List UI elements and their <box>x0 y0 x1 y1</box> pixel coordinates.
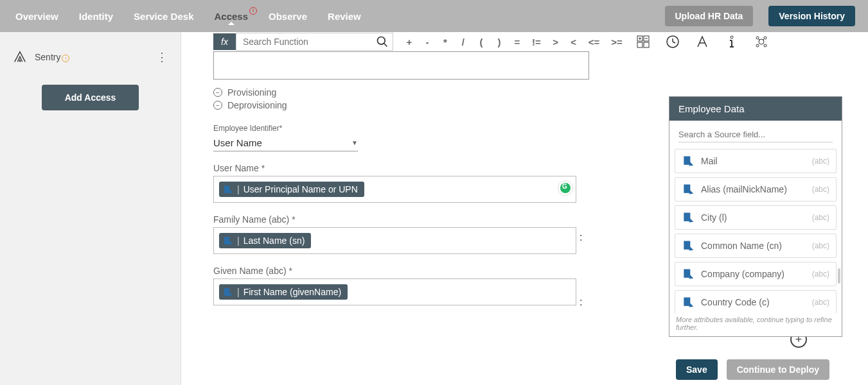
nav-tab-overview[interactable]: Overview <box>13 11 61 22</box>
svg-rect-25 <box>224 237 229 244</box>
svg-marker-38 <box>689 274 694 279</box>
op-eq[interactable]: = <box>511 35 523 49</box>
alert-badge-icon: ! <box>249 7 257 15</box>
sidebar-app-name: Sentry! <box>35 52 148 63</box>
svg-rect-23 <box>224 185 229 193</box>
given-name-label: Given Name (abc) * <box>213 266 589 276</box>
source-item-alias[interactable]: Alias (mailNickName) (abc) <box>675 177 837 201</box>
sentry-icon <box>13 50 27 64</box>
source-item-mail[interactable]: Mail (abc) <box>675 149 837 173</box>
source-item-company[interactable]: Company (company) (abc) <box>675 262 837 286</box>
source-list[interactable]: Mail (abc) Alias (mailNickName) (abc) Ci… <box>669 146 842 313</box>
svg-marker-24 <box>229 189 233 193</box>
grammarly-icon <box>558 180 573 196</box>
op-lt[interactable]: < <box>568 35 580 49</box>
info-icon[interactable] <box>724 34 740 49</box>
given-name-tag[interactable]: | First Name (givenName) <box>219 284 348 300</box>
username-field[interactable]: | User Principal Name or UPN <box>213 176 576 203</box>
svg-marker-34 <box>689 218 694 223</box>
continue-deploy-button[interactable]: Continue to Deploy <box>727 359 829 380</box>
nav-tab-observe[interactable]: Observe <box>266 11 310 22</box>
source-item-city[interactable]: City (l) (abc) <box>675 205 837 230</box>
given-name-field[interactable]: | First Name (givenName) <box>213 278 576 305</box>
collapse-icon: − <box>213 88 222 97</box>
top-navigation: Overview Identity Service Desk Access ! … <box>0 0 868 32</box>
operator-row: + - * / ( ) = != > < <= >= <box>403 35 625 49</box>
op-gt[interactable]: > <box>550 35 562 49</box>
sidebar: Sentry! ⋮ Add Access <box>0 32 181 385</box>
svg-line-11 <box>673 42 675 43</box>
search-function-input[interactable] <box>236 34 393 49</box>
formula-bar: fx + - * / ( ) = != > < <= >= <box>213 32 829 51</box>
content-area: fx + - * / ( ) = != > < <= >= <box>181 32 868 385</box>
panel-title: Employee Data <box>669 97 842 121</box>
form-area: − Provisioning − Deprovisioning Employee… <box>213 51 589 305</box>
username-label: User Name * <box>213 163 589 173</box>
family-name-tag[interactable]: | Last Name (sn) <box>219 233 311 248</box>
svg-point-18 <box>764 37 766 39</box>
svg-rect-5 <box>644 42 649 47</box>
source-icon <box>682 296 695 309</box>
version-history-button[interactable]: Version History <box>768 6 855 26</box>
svg-marker-32 <box>689 189 694 194</box>
formula-input[interactable] <box>213 51 589 80</box>
provisioning-section[interactable]: − Provisioning <box>213 87 589 98</box>
source-icon <box>682 239 695 252</box>
source-icon <box>682 155 695 167</box>
source-icon <box>682 268 695 280</box>
separator-colon: : <box>580 296 582 308</box>
math-icon[interactable] <box>635 34 651 49</box>
cognitive-icon[interactable] <box>754 34 769 49</box>
source-icon <box>682 183 695 196</box>
history-icon[interactable] <box>665 34 680 49</box>
dropdown-arrow-icon: ▼ <box>351 139 358 146</box>
sidebar-app-item[interactable]: Sentry! ⋮ <box>0 45 181 69</box>
source-footer-text: More attributes available, continue typi… <box>669 313 842 336</box>
tag-source-icon <box>223 235 233 246</box>
tag-source-icon <box>223 184 233 194</box>
svg-point-20 <box>764 44 766 47</box>
svg-marker-28 <box>229 292 233 296</box>
op-gte[interactable]: >= <box>608 35 625 49</box>
nav-tab-identity[interactable]: Identity <box>76 11 116 22</box>
employee-data-panel: Employee Data Mail (abc) Alias (mailNick… <box>669 96 842 337</box>
nav-tab-review[interactable]: Review <box>325 11 364 22</box>
family-name-field[interactable]: | Last Name (sn) <box>213 227 576 254</box>
op-neq[interactable]: != <box>529 35 544 49</box>
op-lte[interactable]: <= <box>586 35 603 49</box>
employee-id-label: Employee Identifier* <box>213 124 282 133</box>
employee-id-dropdown[interactable]: User Name ▼ <box>213 135 358 151</box>
source-item-common-name[interactable]: Common Name (cn) (abc) <box>675 234 837 258</box>
active-tab-indicator <box>228 22 235 25</box>
svg-point-0 <box>377 37 385 45</box>
collapse-icon: − <box>213 101 222 110</box>
nav-tab-service-desk[interactable]: Service Desk <box>131 11 196 22</box>
nav-tab-access[interactable]: Access ! <box>211 11 251 22</box>
op-rparen[interactable]: ) <box>493 35 505 49</box>
add-access-button[interactable]: Add Access <box>42 85 139 110</box>
svg-point-12 <box>731 36 733 38</box>
op-plus[interactable]: + <box>403 35 415 49</box>
more-icon[interactable]: ⋮ <box>156 50 168 64</box>
op-minus[interactable]: - <box>421 35 433 49</box>
upload-hr-data-button[interactable]: Upload HR Data <box>665 6 754 26</box>
op-multiply[interactable]: * <box>439 35 451 49</box>
save-button[interactable]: Save <box>676 359 718 380</box>
search-icon[interactable] <box>376 35 389 48</box>
svg-point-19 <box>756 44 759 47</box>
svg-marker-30 <box>689 161 694 166</box>
op-divide[interactable]: / <box>457 35 469 49</box>
svg-rect-4 <box>637 42 642 47</box>
source-search-input[interactable] <box>678 127 833 142</box>
separator-colon: : <box>580 232 582 243</box>
bottom-buttons: Save Continue to Deploy <box>676 359 829 380</box>
deprovisioning-section[interactable]: − Deprovisioning <box>213 100 589 110</box>
username-tag[interactable]: | User Principal Name or UPN <box>219 182 364 197</box>
svg-marker-36 <box>689 246 694 251</box>
tag-source-icon <box>223 287 233 297</box>
fx-label: fx <box>213 33 236 50</box>
op-lparen[interactable]: ( <box>475 35 487 49</box>
scrollbar[interactable] <box>838 268 840 284</box>
source-item-country-code[interactable]: Country Code (c) (abc) <box>675 290 837 313</box>
text-icon[interactable] <box>695 34 710 49</box>
